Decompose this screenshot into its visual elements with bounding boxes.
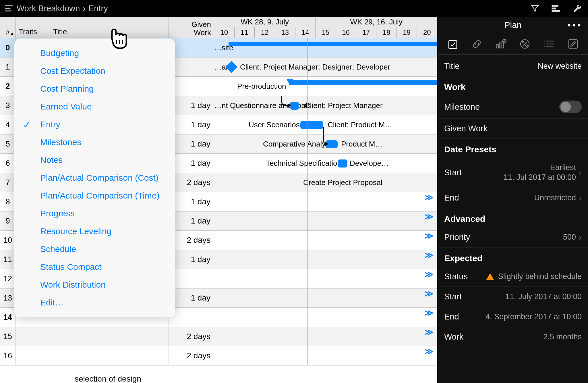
row-gantt[interactable]: Create Project Proposal [214, 173, 437, 192]
day-12[interactable]: 12 [255, 27, 275, 38]
day-20[interactable]: 20 [417, 27, 437, 38]
dropdown-item[interactable]: Schedule [14, 240, 175, 258]
row-gantt[interactable]: …artClient; Project Manager; Designer; D… [214, 57, 437, 76]
dropdown-item[interactable]: Notes [14, 151, 175, 169]
gantt-bar[interactable] [229, 42, 437, 46]
overflow-arrow-icon[interactable]: ≫ [424, 250, 433, 260]
row-gantt[interactable]: Pre-production [214, 77, 437, 96]
gantt-bar[interactable] [290, 102, 299, 110]
tab-list-icon[interactable] [541, 36, 557, 52]
row-num: 12 [0, 269, 16, 288]
gantt-bar[interactable] [338, 159, 347, 168]
gantt-view-icon[interactable] [551, 3, 561, 13]
tab-cost-icon[interactable]: $ [493, 36, 509, 52]
dropdown-item[interactable]: Budgeting [14, 44, 175, 62]
gantt-label: Client; Project Manager; Designer; Devel… [240, 63, 390, 72]
row-work: 2 days [169, 346, 214, 365]
breadcrumb[interactable]: Work Breakdown › Entry [17, 4, 108, 13]
col-header-traits[interactable]: Traits [16, 17, 50, 38]
dropdown-item[interactable]: Status Compact [14, 258, 175, 276]
row-work: 1 day [169, 96, 214, 115]
row-gantt[interactable]: ≫ [214, 250, 437, 269]
row-gantt[interactable]: …site [214, 38, 437, 57]
dropdown-item[interactable]: Cost Expectation [14, 62, 175, 80]
dropdown-item[interactable]: Earned Value [14, 98, 175, 116]
milestone-toggle[interactable] [559, 101, 582, 113]
overflow-arrow-icon[interactable]: ≫ [424, 192, 433, 202]
day-17[interactable]: 17 [356, 27, 376, 38]
row-gantt[interactable]: ≫ [214, 346, 437, 365]
inspector-tabs: $ [438, 33, 588, 55]
inspector-title: Plan [504, 20, 521, 30]
row-gantt[interactable]: ≫ [214, 211, 437, 230]
tab-plan-icon[interactable] [445, 36, 461, 52]
tab-percent-icon[interactable] [517, 36, 533, 52]
dropdown-item[interactable]: Cost Planning [14, 80, 175, 98]
row-work: 2 days [169, 173, 214, 192]
day-16[interactable]: 16 [336, 27, 356, 38]
overflow-arrow-icon[interactable]: ≫ [424, 269, 433, 279]
dropdown-item[interactable]: Edit… [14, 294, 175, 311]
col-header-num[interactable]: # ▲ [0, 17, 16, 38]
dropdown-item[interactable]: Resource Leveling [14, 222, 175, 240]
overflow-arrow-icon[interactable]: ≫ [424, 346, 433, 356]
gantt-header: WK 28, 9. July WK 29, 16. July 101112131… [214, 17, 437, 38]
chevron-right-icon[interactable]: › [579, 168, 582, 178]
row-gantt[interactable]: Comparative AnalysisProduct M… [214, 134, 437, 153]
row-title [50, 346, 169, 365]
gantt-bar[interactable] [289, 80, 437, 85]
row-gantt[interactable]: User ScenariosClient; Product M… [214, 115, 437, 134]
row-work: 1 day [169, 288, 214, 307]
row-num: 10 [0, 231, 16, 250]
dropdown-item[interactable]: Entry✓ [14, 116, 175, 133]
day-15[interactable]: 15 [316, 27, 336, 38]
table-row[interactable]: 152 days≫ [0, 327, 437, 346]
row-gantt[interactable]: …nt Questionnaire and goalsClient; Proje… [214, 96, 437, 115]
wrench-icon[interactable] [572, 3, 582, 13]
dropdown-item[interactable]: Plan/Actual Comparison (Cost) [14, 169, 175, 187]
overflow-arrow-icon[interactable]: ≫ [424, 211, 433, 222]
row-gantt[interactable]: ≫ [214, 288, 437, 307]
filter-icon[interactable] [530, 3, 540, 13]
view-dropdown[interactable]: BudgetingCost ExpectationCost PlanningEa… [14, 39, 175, 317]
table-row[interactable]: 162 days≫ [0, 346, 437, 365]
row-num: 3 [0, 96, 16, 115]
week-28[interactable]: WK 28, 9. July [214, 17, 316, 27]
tab-link-icon[interactable] [469, 36, 485, 52]
tab-edit-icon[interactable] [565, 36, 581, 52]
col-header-work[interactable]: Given Work [169, 17, 214, 38]
title-value[interactable]: New website [538, 62, 582, 71]
more-icon[interactable]: ••• [567, 20, 582, 30]
day-18[interactable]: 18 [376, 27, 397, 38]
dropdown-item[interactable]: Progress [14, 205, 175, 222]
row-gantt[interactable]: ≫ [214, 269, 437, 288]
overflow-arrow-icon[interactable]: ≫ [424, 327, 433, 337]
day-14[interactable]: 14 [295, 27, 316, 38]
chevron-right-icon[interactable]: › [579, 232, 582, 242]
col-header-title[interactable]: Title [50, 17, 169, 38]
dropdown-item[interactable]: Work Distribution [14, 276, 175, 294]
dropdown-item[interactable]: Plan/Actual Comparison (Time) [14, 187, 175, 205]
chevron-right-icon[interactable]: › [579, 193, 582, 203]
row-num: 8 [0, 192, 16, 211]
row-gantt[interactable]: ≫ [214, 192, 437, 211]
row-gantt[interactable]: ≫ [214, 327, 437, 346]
row-gantt[interactable]: Technical SpecificationsDevelope… [214, 154, 437, 173]
row-work: 2 days [169, 327, 214, 346]
overflow-arrow-icon[interactable]: ≫ [424, 288, 433, 299]
overflow-arrow-icon[interactable]: ≫ [424, 231, 433, 241]
day-10[interactable]: 10 [214, 27, 235, 38]
end-label: End [444, 193, 459, 203]
row-gantt[interactable]: ≫ [214, 231, 437, 250]
overflow-arrow-icon[interactable]: ≫ [424, 308, 433, 318]
week-29[interactable]: WK 29, 16. July [316, 17, 437, 27]
outline-icon[interactable] [4, 3, 14, 13]
day-13[interactable]: 13 [275, 27, 295, 38]
row-gantt[interactable]: ≫ [214, 308, 437, 327]
day-19[interactable]: 19 [397, 27, 417, 38]
dropdown-item[interactable]: Milestones [14, 133, 175, 151]
gantt-bar[interactable] [300, 121, 323, 129]
day-11[interactable]: 11 [235, 27, 255, 38]
breadcrumb-root[interactable]: Work Breakdown [17, 4, 80, 13]
breadcrumb-current[interactable]: Entry [88, 4, 108, 13]
